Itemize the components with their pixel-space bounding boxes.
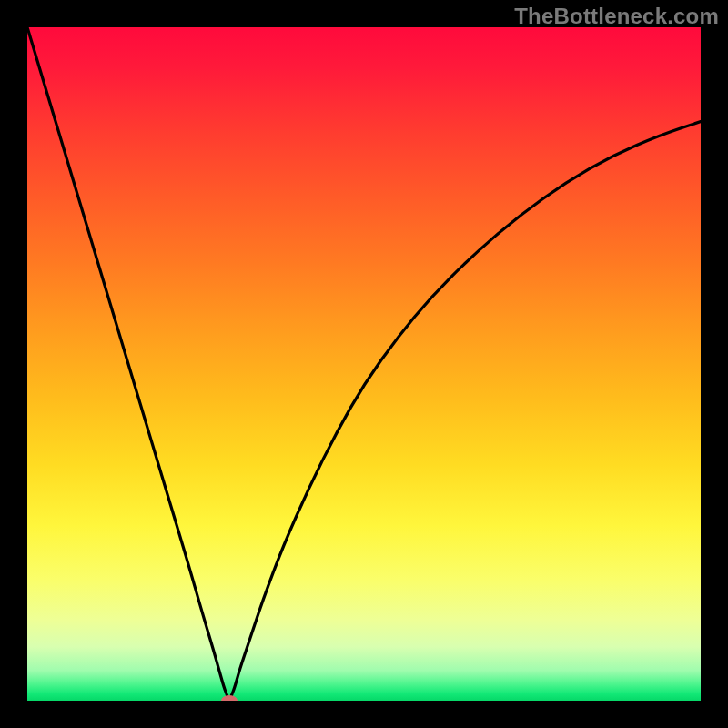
chart-canvas bbox=[27, 27, 701, 701]
chart-frame: TheBottleneck.com bbox=[0, 0, 728, 728]
plot-area bbox=[27, 27, 701, 701]
watermark-text: TheBottleneck.com bbox=[514, 4, 719, 29]
